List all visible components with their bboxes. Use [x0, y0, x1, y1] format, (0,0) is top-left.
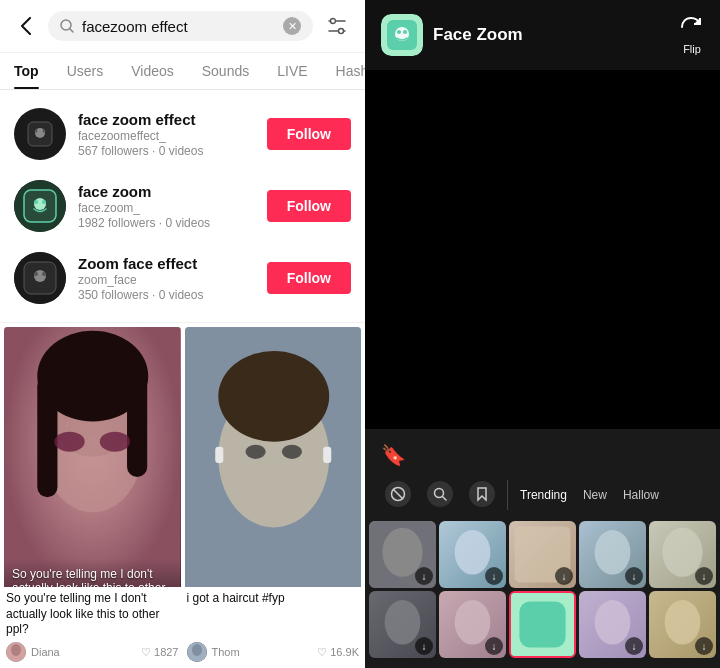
svg-point-37 [11, 644, 21, 656]
video-username: Thom [212, 646, 240, 658]
user-handle: face.zoom_ [78, 201, 255, 215]
svg-rect-32 [215, 447, 223, 463]
svg-point-39 [192, 644, 202, 656]
video-username: Diana [31, 646, 60, 658]
video-caption: So you're telling me I don't actually lo… [12, 567, 173, 587]
back-button[interactable] [12, 12, 40, 40]
no-symbol-icon [385, 481, 411, 507]
effect-name: Face Zoom [433, 25, 523, 45]
svg-point-3 [331, 19, 336, 24]
svg-point-14 [34, 200, 38, 204]
search-bar: ✕ [0, 0, 365, 53]
follow-button[interactable]: Follow [267, 118, 351, 150]
avatar [14, 108, 66, 160]
list-item: Zoom face effect zoom_face 350 followers… [0, 242, 365, 314]
tab-sounds[interactable]: Sounds [188, 53, 263, 89]
search-input-wrap: ✕ [48, 11, 313, 41]
effects-panel: 🔖 [365, 429, 720, 668]
tab-videos[interactable]: Videos [117, 53, 188, 89]
list-item: face zoom face.zoom_ 1982 followers · 0 … [0, 170, 365, 242]
filter-tab-new[interactable]: New [575, 484, 615, 506]
video-card[interactable]: 9/29/2021 [185, 327, 362, 587]
svg-line-46 [393, 489, 403, 499]
right-panel: Face Zoom Flip 🔖 [365, 0, 720, 668]
filter-divider [507, 480, 508, 510]
filter-tab-hallow[interactable]: Hallow [615, 484, 667, 506]
effect-cell[interactable]: ↓ [649, 521, 716, 588]
video-desc-2: i got a haircut #fyp [185, 591, 362, 638]
download-icon: ↓ [485, 637, 503, 655]
svg-rect-25 [37, 376, 57, 497]
user-list: face zoom effect facezoomeffect_ 567 fol… [0, 90, 365, 323]
svg-point-20 [42, 272, 46, 276]
effect-cell[interactable]: ↓ [439, 591, 506, 658]
follow-button[interactable]: Follow [267, 190, 351, 222]
effect-cell[interactable]: ↓ [439, 521, 506, 588]
flip-label: Flip [683, 43, 701, 55]
video-likes: ♡ 1827 [141, 646, 179, 659]
svg-point-61 [544, 616, 550, 622]
svg-point-18 [34, 270, 46, 282]
trending-label: Trending [520, 488, 567, 502]
effect-cell[interactable]: ↓ [369, 521, 436, 588]
video-meta-2: Thom ♡ 16.9K [185, 642, 362, 662]
tab-hashtags[interactable]: Hashtags [322, 53, 365, 89]
effects-grid: ↓ ↓ ↓ [365, 521, 720, 662]
user-info: face zoom face.zoom_ 1982 followers · 0 … [78, 183, 255, 230]
search-tabs: Top Users Videos Sounds LIVE Hashtags [0, 53, 365, 90]
effect-cell[interactable]: ↓ [509, 521, 576, 588]
filter-tab-saved[interactable] [461, 477, 503, 513]
avatar [14, 252, 66, 304]
effect-info: Face Zoom [381, 14, 523, 56]
bookmark-tab-icon [469, 481, 495, 507]
video-metas: Diana ♡ 1827 Thom ♡ 16.9K [0, 640, 365, 668]
effect-cell[interactable]: ↓ [579, 591, 646, 658]
new-label: New [583, 488, 607, 502]
tab-live[interactable]: LIVE [263, 53, 321, 89]
user-handle: facezoomeffect_ [78, 129, 255, 143]
search-icon [427, 481, 453, 507]
bookmark-icon[interactable]: 🔖 [381, 443, 406, 467]
effect-cell[interactable]: ↓ [369, 591, 436, 658]
svg-point-44 [403, 30, 407, 34]
clear-button[interactable]: ✕ [283, 17, 301, 35]
svg-point-60 [535, 616, 541, 622]
svg-point-34 [245, 445, 265, 459]
video-likes: ♡ 16.9K [317, 646, 359, 659]
download-icon: ↓ [415, 637, 433, 655]
flip-button[interactable]: Flip [680, 16, 704, 55]
video-meta-1: Diana ♡ 1827 [4, 642, 181, 662]
svg-point-9 [35, 130, 38, 133]
tab-users[interactable]: Users [53, 53, 118, 89]
user-stats: 350 followers · 0 videos [78, 288, 255, 302]
search-input[interactable] [82, 18, 275, 35]
download-icon: ↓ [695, 637, 713, 655]
video-card[interactable]: So you're telling me I don't actually lo… [4, 327, 181, 587]
camera-viewfinder [365, 70, 720, 429]
filter-tab-search[interactable] [419, 477, 461, 513]
svg-line-48 [443, 497, 447, 501]
effect-cell[interactable]: ↓ [649, 591, 716, 658]
follow-button[interactable]: Follow [267, 262, 351, 294]
search-icon [60, 19, 74, 33]
svg-point-8 [35, 128, 45, 138]
avatar [14, 180, 66, 232]
filter-tab-none[interactable] [377, 477, 419, 513]
flip-icon [680, 16, 704, 40]
tab-top[interactable]: Top [0, 53, 53, 89]
filter-settings-button[interactable] [321, 10, 353, 42]
filter-tab-trending[interactable]: Trending [512, 484, 575, 506]
user-stats: 567 followers · 0 videos [78, 144, 255, 158]
svg-point-62 [595, 600, 631, 645]
user-name: face zoom [78, 183, 255, 200]
left-panel: ✕ Top Users Videos Sounds LIVE Hashtags [0, 0, 365, 668]
bookmark-row: 🔖 [365, 439, 720, 477]
effect-cell[interactable]: ↓ [579, 521, 646, 588]
svg-line-1 [70, 29, 73, 32]
video-descriptions: So you're telling me I don't actually lo… [0, 587, 365, 640]
effect-cell-selected[interactable] [509, 591, 576, 658]
svg-point-15 [42, 200, 46, 204]
svg-point-5 [339, 29, 344, 34]
user-handle: zoom_face [78, 273, 255, 287]
user-info: Zoom face effect zoom_face 350 followers… [78, 255, 255, 302]
